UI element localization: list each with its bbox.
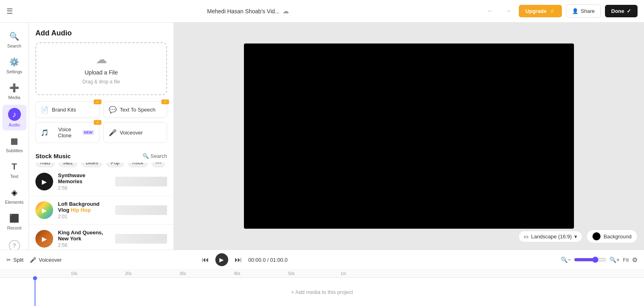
text-icon: T [9, 161, 20, 172]
sidebar-item-record[interactable]: ⬛ Record [2, 209, 27, 234]
fit-button[interactable]: Fit [623, 257, 629, 263]
timeline-right: 🔍− 🔍+ Fit ⚙ [561, 256, 638, 264]
zoom-out-button[interactable]: 🔍− [561, 256, 571, 263]
genre-jazz[interactable]: Jazz [58, 163, 78, 167]
background-button[interactable]: Background [586, 229, 638, 243]
zoom-slider[interactable] [574, 256, 606, 263]
sidebar-label-settings: Settings [6, 69, 23, 74]
landscape-button[interactable]: ▭ Landscape (16:9) ▾ [518, 231, 582, 242]
genre-pop[interactable]: Pop [106, 163, 124, 167]
upgrade-icon: ⚡ [549, 8, 555, 14]
hamburger-menu[interactable]: ☰ [6, 7, 13, 16]
sidebar-label-audio: Audio [8, 122, 20, 127]
sidebar-label-media: Media [8, 95, 21, 100]
play-icon: ▶ [42, 207, 47, 214]
ruler-mark: 50s [288, 271, 295, 276]
topbar-center: Mehedi Hasan Shoab's Vid... ☁ [207, 7, 289, 15]
timeline: ✂ Split 🎤 Voiceover ⏮ ▶ ⏭ 00:00.0 / 01:0… [0, 250, 644, 306]
play-pause-button[interactable]: ▶ [215, 253, 228, 266]
search-icon-small: 🔍 [142, 153, 149, 159]
genre-rnb[interactable]: R&B [35, 163, 55, 167]
text-to-speech-button[interactable]: 💬 Text To Speech ⚡ [103, 101, 167, 118]
background-label: Background [604, 234, 632, 240]
total-time: 01:00.0 [270, 257, 287, 263]
voiceover-tool-button[interactable]: 🎤 Voiceover [30, 257, 62, 263]
genre-more-button[interactable]: ••• [151, 163, 165, 167]
upload-subtext: Drag & drop a file [83, 79, 120, 85]
genre-blues[interactable]: Blues [81, 163, 103, 167]
sidebar-item-subtitles[interactable]: ▦ Subtitles [2, 132, 27, 156]
track-item[interactable]: ▶ Synthwave Memories 2:56 [29, 167, 173, 196]
landscape-chevron-icon: ▾ [574, 234, 577, 240]
track-name: Lofi Background Vlog Hip Hop [58, 201, 110, 213]
landscape-label: Landscape (16:9) [531, 234, 572, 240]
skip-forward-button[interactable]: ⏭ [235, 256, 242, 264]
track-thumbnail: ▶ [35, 230, 53, 248]
track-item[interactable]: ▶ Lofi Background Vlog Hip Hop 2:01 [29, 196, 173, 225]
record-icon: ⬛ [9, 213, 20, 224]
music-search-button[interactable]: 🔍 Search [142, 153, 167, 159]
audio-panel: Add Audio ☁ Upload a File Drag & drop a … [29, 23, 174, 250]
done-check-icon: ✓ [627, 8, 631, 14]
voiceover-button[interactable]: 🎤 Voiceover [103, 122, 167, 143]
ruler-mark: 20s [125, 271, 132, 276]
timeline-settings-button[interactable]: ⚙ [632, 256, 638, 264]
brand-kits-button[interactable]: 📄 Brand Kits ⚡ [35, 101, 99, 118]
skip-back-button[interactable]: ⏮ [202, 256, 209, 264]
voice-clone-label: Voice Clone [52, 126, 78, 139]
sidebar-item-help[interactable]: ? [2, 237, 27, 250]
ruler-mark: 40s [234, 271, 240, 276]
sidebar-item-audio[interactable]: ♪ Audio [2, 105, 27, 130]
split-icon: ✂ [6, 257, 11, 263]
voiceover-icon: 🎤 [109, 129, 117, 136]
help-icon: ? [9, 240, 20, 250]
track-duration: 2:56 [58, 185, 110, 191]
elements-icon: ◈ [9, 187, 20, 198]
feature-grid: 📄 Brand Kits ⚡ 💬 Text To Speech ⚡ 🎵 Voic… [35, 101, 167, 143]
genre-rock[interactable]: Rock [128, 163, 148, 167]
undo-button[interactable]: ← [483, 5, 497, 17]
settings-icon: ⚙️ [9, 56, 20, 68]
upload-text: Upload a File [85, 69, 118, 76]
sidebar-item-search[interactable]: 🔍 Search [2, 27, 27, 52]
redo-button[interactable]: → [501, 5, 515, 17]
zoom-in-button[interactable]: 🔍+ [609, 256, 619, 263]
track-info: King And Queens, New York 2:56 [58, 229, 110, 248]
done-button[interactable]: Done ✓ [605, 5, 638, 17]
ruler-mark: 30s [180, 271, 186, 276]
voice-clone-button[interactable]: 🎵 Voice Clone NEW ⚡ [35, 122, 99, 143]
track-thumbnail: ▶ [35, 173, 53, 190]
upload-area[interactable]: ☁ Upload a File Drag & drop a file [35, 42, 167, 95]
brand-kits-icon: 📄 [41, 106, 49, 114]
ruler-mark: 1m [341, 271, 346, 276]
sidebar-item-settings[interactable]: ⚙️ Settings [2, 53, 27, 77]
upgrade-button[interactable]: Upgrade ⚡ [519, 5, 562, 17]
voice-clone-badge: ⚡ [94, 120, 101, 125]
topbar: ☰ Mehedi Hasan Shoab's Vid... ☁ ← → Upgr… [0, 0, 644, 23]
landscape-icon: ▭ [524, 234, 528, 240]
sidebar-item-text[interactable]: T Text [2, 158, 27, 182]
sidebar-item-elements[interactable]: ◈ Elements [2, 184, 27, 208]
text-to-speech-icon: 💬 [109, 106, 117, 114]
split-button[interactable]: ✂ Split [6, 257, 23, 263]
voiceover-tool-icon: 🎤 [30, 257, 36, 263]
ruler-mark: 10s [71, 271, 77, 276]
panel-title: Add Audio [29, 23, 173, 42]
voice-clone-new-badge: NEW [83, 130, 94, 135]
track-name: Synthwave Memories [58, 172, 110, 184]
canvas-controls: ▭ Landscape (16:9) ▾ Background [518, 229, 638, 243]
cloud-save-icon: ☁ [283, 7, 289, 15]
add-media-button[interactable]: + Add media to this project [6, 289, 638, 295]
icon-sidebar: 🔍 Search ⚙️ Settings ➕ Media ♪ Audio ▦ S… [0, 23, 29, 250]
audio-icon: ♪ [8, 108, 21, 121]
sidebar-label-search: Search [7, 43, 21, 48]
music-search-label: Search [151, 153, 167, 159]
text-to-speech-label: Text To Speech [120, 107, 156, 113]
sidebar-item-media[interactable]: ➕ Media [2, 79, 27, 103]
current-time: 00:00.0 [248, 257, 266, 263]
track-waveform [115, 177, 167, 186]
track-item[interactable]: ▶ King And Queens, New York 2:56 [29, 225, 173, 250]
upgrade-label: Upgrade [525, 8, 547, 14]
share-button[interactable]: 👤 Share [566, 4, 601, 18]
topbar-right: ← → Upgrade ⚡ 👤 Share Done ✓ [483, 4, 638, 18]
